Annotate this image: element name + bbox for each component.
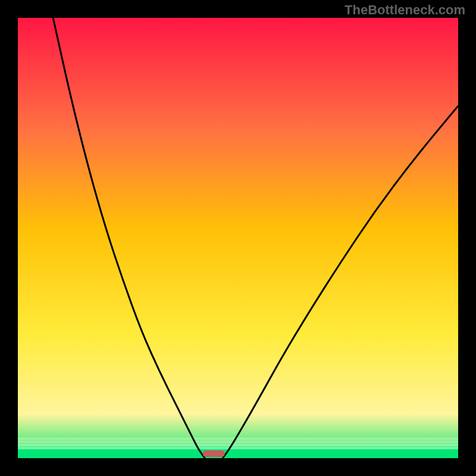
watermark-text: TheBottleneck.com — [345, 2, 465, 18]
chart-svg — [18, 18, 458, 458]
svg-rect-2 — [18, 444, 458, 446]
svg-rect-1 — [18, 440, 458, 443]
bottom-color-bands — [18, 437, 458, 458]
svg-rect-0 — [18, 437, 458, 440]
svg-rect-4 — [18, 449, 458, 458]
svg-rect-3 — [18, 447, 458, 449]
bottom-marker — [203, 450, 225, 457]
chart-area — [18, 18, 458, 458]
gradient-background — [18, 18, 458, 458]
